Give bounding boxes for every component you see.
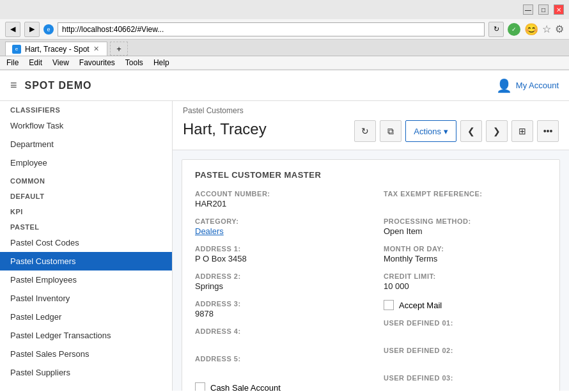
title-bar: — □ ✕ [0, 0, 569, 19]
new-tab-button[interactable]: + [110, 42, 128, 56]
form-grid: ACCOUNT NUMBER: HAR201 CATEGORY: Dealers… [195, 190, 547, 391]
accept-mail-checkbox[interactable] [384, 300, 394, 310]
app-header-left: ≡ SPOT DEMO [10, 79, 92, 92]
sidebar-item-pastel-employees[interactable]: Pastel Employees [0, 270, 172, 289]
actions-chevron-icon: ▾ [444, 127, 448, 136]
sidebar-item-pastel-ledger-transactions[interactable]: Pastel Ledger Transactions [0, 326, 172, 345]
label-category: CATEGORY: [195, 217, 358, 225]
favorites-icon: ☆ [542, 23, 551, 35]
cash-sale-checkbox[interactable] [195, 382, 205, 391]
menu-bar: File Edit View Favourites Tools Help [0, 56, 569, 70]
menu-edit[interactable]: Edit [29, 58, 42, 67]
field-account-number: ACCOUNT NUMBER: HAR201 [195, 190, 358, 208]
tab-favicon: e [12, 45, 21, 54]
label-address2: ADDRESS 2: [195, 272, 358, 280]
value-credit-limit: 10 000 [384, 281, 547, 291]
browser-tab[interactable]: e Hart, Tracey - Spot ✕ [5, 42, 107, 56]
label-address1: ADDRESS 1: [195, 245, 358, 253]
minimize-button[interactable]: — [523, 4, 533, 15]
menu-view[interactable]: View [52, 58, 69, 67]
window-controls: — □ ✕ [523, 4, 564, 15]
sidebar-item-pastel-inventory[interactable]: Pastel Inventory [0, 289, 172, 308]
sidebar-item-pastel-cost-codes[interactable]: Pastel Cost Codes [0, 233, 172, 252]
maximize-button[interactable]: □ [538, 4, 549, 15]
favicon: e [43, 24, 54, 35]
value-address4 [195, 336, 358, 346]
value-month-or-day: Monthly Terms [384, 254, 547, 263]
more-options-button[interactable]: ••• [537, 120, 559, 142]
accept-mail-label: Accept Mail [399, 301, 442, 310]
label-credit-limit: CREDIT LIMIT: [384, 272, 547, 280]
sidebar-item-department[interactable]: Department [0, 135, 172, 153]
main-layout: CLASSIFIERS Workflow Task Department Emp… [0, 101, 569, 391]
field-user-defined-02: USER DEFINED 02: [384, 347, 547, 365]
sidebar-item-workflow-task[interactable]: Workflow Task [0, 116, 172, 135]
forward-button[interactable]: ▶ [24, 22, 40, 37]
menu-tools[interactable]: Tools [125, 58, 143, 67]
label-address3: ADDRESS 3: [195, 300, 358, 308]
content-toolbar: ↻ ⧉ Actions ▾ ❮ ❯ ⊞ ••• [354, 120, 559, 142]
my-account-label: My Account [516, 81, 559, 90]
label-tax-exempt: TAX EXEMPT REFERENCE: [384, 190, 547, 198]
actions-button[interactable]: Actions ▾ [405, 120, 456, 142]
content-area: Pastel Customers Hart, Tracey ↻ ⧉ Action… [173, 101, 569, 391]
sidebar-item-employee[interactable]: Employee [0, 153, 172, 172]
label-address5: ADDRESS 5: [195, 355, 358, 363]
checkbox-accept-mail: Accept Mail [384, 300, 547, 310]
next-button[interactable]: ❯ [486, 120, 508, 142]
my-account-link[interactable]: 👤 My Account [496, 78, 559, 93]
refresh-button[interactable]: ↻ [488, 22, 504, 37]
value-category[interactable]: Dealers [195, 226, 358, 236]
field-user-defined-03: USER DEFINED 03: [384, 374, 547, 391]
field-user-defined-01: USER DEFINED 01: [384, 319, 547, 338]
label-user-defined-01: USER DEFINED 01: [384, 319, 547, 327]
sidebar-item-pastel-customers[interactable]: Pastel Customers [0, 252, 172, 270]
value-account-number: HAR201 [195, 199, 358, 208]
field-address1: ADDRESS 1: P O Box 3458 [195, 245, 358, 263]
tab-close-button[interactable]: ✕ [93, 45, 99, 53]
close-button[interactable]: ✕ [554, 4, 564, 15]
settings-icon: ⚙ [555, 23, 564, 35]
label-account-number: ACCOUNT NUMBER: [195, 190, 358, 198]
field-address3: ADDRESS 3: 9878 [195, 300, 358, 318]
form-card-title: PASTEL CUSTOMER MASTER [195, 170, 547, 180]
back-button[interactable]: ◀ [5, 22, 20, 37]
field-processing-method: PROCESSING METHOD: Open Item [384, 217, 547, 236]
label-user-defined-03: USER DEFINED 03: [384, 374, 547, 382]
app-title: SPOT DEMO [25, 80, 92, 91]
value-address3: 9878 [195, 309, 358, 318]
value-processing-method: Open Item [384, 226, 547, 236]
menu-favourites[interactable]: Favourites [79, 58, 115, 67]
sidebar-item-pastel-ledger[interactable]: Pastel Ledger [0, 308, 172, 326]
grid-view-button[interactable]: ⊞ [511, 120, 533, 142]
hamburger-menu-button[interactable]: ≡ [10, 79, 17, 92]
app-header: ≡ SPOT DEMO 👤 My Account [0, 70, 569, 101]
label-month-or-day: MONTH OR DAY: [384, 245, 547, 253]
form-card: PASTEL CUSTOMER MASTER ACCOUNT NUMBER: H… [182, 159, 560, 391]
actions-label: Actions [414, 127, 441, 136]
copy-button[interactable]: ⧉ [380, 120, 401, 142]
prev-button[interactable]: ❮ [460, 120, 482, 142]
menu-help[interactable]: Help [153, 58, 169, 67]
sidebar-item-pastel-suppliers[interactable]: Pastel Suppliers [0, 363, 172, 382]
refresh-button[interactable]: ↻ [354, 120, 376, 142]
breadcrumb: Pastel Customers [183, 106, 559, 115]
form-left-column: ACCOUNT NUMBER: HAR201 CATEGORY: Dealers… [195, 190, 358, 391]
field-address5: ADDRESS 5: [195, 355, 358, 373]
menu-file[interactable]: File [6, 58, 19, 67]
field-credit-limit: CREDIT LIMIT: 10 000 [384, 272, 547, 291]
value-user-defined-02 [384, 356, 547, 365]
sidebar-item-pastel-sales-persons[interactable]: Pastel Sales Persons [0, 345, 172, 363]
sidebar: CLASSIFIERS Workflow Task Department Emp… [0, 101, 173, 391]
form-right-column: TAX EXEMPT REFERENCE: PROCESSING METHOD:… [384, 190, 547, 391]
checkbox-cash-sale: Cash Sale Account [195, 382, 358, 391]
sidebar-section-common: COMMON [0, 172, 172, 187]
page-title: Hart, Tracey [183, 120, 267, 138]
sidebar-section-kpi: KPI [0, 203, 172, 218]
field-month-or-day: MONTH OR DAY: Monthly Terms [384, 245, 547, 263]
sidebar-section-classifiers: CLASSIFIERS [0, 101, 172, 116]
security-icon: ✓ [508, 23, 520, 36]
emoji-icon: 😊 [524, 22, 538, 36]
tab-label: Hart, Tracey - Spot [25, 45, 90, 54]
address-input[interactable] [58, 22, 485, 36]
